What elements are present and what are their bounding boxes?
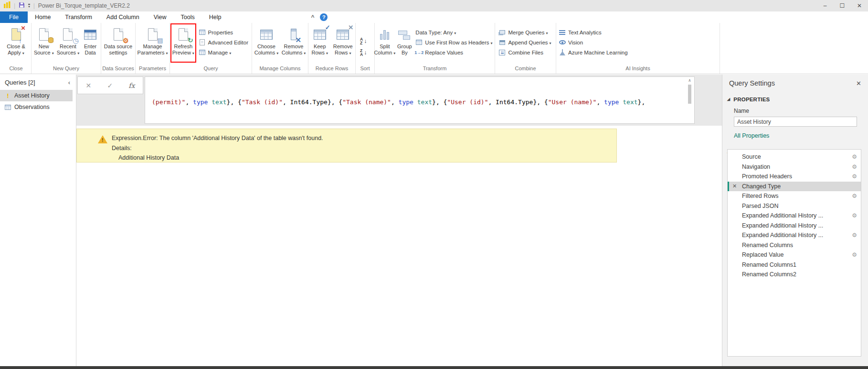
- query-name-input[interactable]: [734, 117, 857, 127]
- step-navigation[interactable]: Navigation⚙: [728, 162, 861, 172]
- fx-icon[interactable]: fx: [128, 82, 135, 89]
- combine-files-button[interactable]: ⇊Combine Files: [498, 49, 551, 56]
- refresh-preview-button[interactable]: ↻ RefreshPreview: [170, 23, 196, 63]
- scroll-up-icon[interactable]: ∧: [688, 78, 691, 83]
- titlebar-separator: |: [33, 2, 35, 9]
- remove-rows-icon: ✕: [334, 26, 351, 43]
- query-item-asset-history[interactable]: ! Asset History: [0, 90, 73, 101]
- close-apply-icon: ✕↑: [8, 26, 25, 43]
- query-item-observations[interactable]: Observations: [0, 101, 73, 113]
- warning-icon: !: [5, 92, 11, 99]
- enter-data-button[interactable]: EnterData: [80, 24, 100, 61]
- step-promoted-headers[interactable]: Promoted Headers⚙: [728, 172, 861, 182]
- remove-rows-button[interactable]: ✕ RemoveRows: [331, 24, 355, 61]
- group-label-sort: Sort: [356, 65, 374, 74]
- vision-button[interactable]: Vision: [559, 39, 628, 46]
- manage-parameters-button[interactable]: ▤ ManageParameters: [138, 24, 168, 61]
- formula-accept-icon[interactable]: ✓: [107, 82, 113, 89]
- tab-add-column[interactable]: Add Column: [99, 11, 147, 23]
- choose-columns-button[interactable]: ChooseColumns: [253, 24, 280, 61]
- gear-icon[interactable]: ⚙: [852, 232, 857, 239]
- advanced-editor-icon: [199, 39, 206, 45]
- group-label-data-sources: Data Sources: [102, 65, 135, 74]
- gear-icon[interactable]: ⚙: [852, 153, 857, 160]
- tab-view[interactable]: View: [147, 11, 174, 23]
- recent-sources-button[interactable]: ◷ RecentSources: [56, 24, 80, 61]
- applied-steps-list: Source⚙ Navigation⚙ Promoted Headers⚙ ✕C…: [727, 149, 861, 357]
- group-label-new-query: New Query: [32, 65, 100, 74]
- delete-step-icon[interactable]: ✕: [732, 183, 737, 189]
- replace-values-button[interactable]: 1→2Replace Values: [415, 49, 492, 56]
- step-renamed-columns[interactable]: Renamed Columns: [728, 240, 861, 250]
- tab-help[interactable]: Help: [202, 11, 229, 23]
- tab-transform[interactable]: Transform: [58, 11, 99, 23]
- step-source[interactable]: Source⚙: [728, 152, 861, 162]
- quick-access-dropdown-icon[interactable]: ▾: [28, 4, 30, 8]
- merge-queries-button[interactable]: Merge Queries: [498, 29, 551, 36]
- step-filtered-rows[interactable]: Filtered Rows⚙: [728, 191, 861, 201]
- ribbon-group-close: ✕↑ Close &Apply Close: [1, 23, 32, 74]
- formula-cancel-icon[interactable]: ✕: [86, 82, 92, 89]
- step-replaced-value[interactable]: Replaced Value⚙: [728, 250, 861, 260]
- azure-machine-learning-button[interactable]: Azure Machine Learning: [559, 49, 628, 56]
- data-source-settings-button[interactable]: ⚙ Data sourcesettings: [103, 24, 134, 61]
- tab-tools[interactable]: Tools: [174, 11, 202, 23]
- ribbon-group-reduce-rows: ✓ KeepRows ✕ RemoveRows Reduce Rows: [308, 23, 356, 74]
- remove-columns-icon: ✕: [285, 26, 302, 43]
- formula-scrollbar[interactable]: ∧: [687, 78, 693, 122]
- collapse-ribbon-icon[interactable]: ^: [311, 14, 314, 21]
- tab-home[interactable]: Home: [28, 11, 58, 23]
- split-column-button[interactable]: SplitColumn: [374, 24, 395, 61]
- window-controls: – ☐ ✕: [816, 0, 868, 11]
- all-properties-link[interactable]: All Properties: [734, 132, 868, 139]
- maximize-button[interactable]: ☐: [834, 0, 851, 11]
- step-changed-type[interactable]: ✕Changed Type: [728, 182, 861, 192]
- table-icon: [415, 40, 423, 45]
- step-expanded-additional-history-2[interactable]: Expanded Additional History ...: [728, 221, 861, 231]
- queries-panel: Queries [2] ‹ ! Asset History Observatio…: [0, 75, 76, 366]
- manage-button[interactable]: Manage: [199, 49, 248, 56]
- group-label-reduce-rows: Reduce Rows: [309, 65, 355, 74]
- step-expanded-additional-history-3[interactable]: Expanded Additional History ...⚙: [728, 230, 861, 240]
- gear-icon[interactable]: ⚙: [852, 212, 857, 219]
- gear-icon[interactable]: ⚙: [852, 193, 857, 199]
- keep-rows-button[interactable]: ✓ KeepRows: [309, 24, 331, 61]
- save-icon[interactable]: [19, 1, 25, 10]
- close-and-apply-button[interactable]: ✕↑ Close &Apply: [1, 24, 31, 61]
- ribbon-group-parameters: ▤ ManageParameters Parameters: [136, 23, 170, 74]
- formula-input[interactable]: (permit)", type text}, {"Task (id)", Int…: [145, 76, 695, 124]
- data-type-button[interactable]: Data Type: Any: [415, 29, 492, 36]
- text-analytics-button[interactable]: Text Analytics: [559, 29, 628, 36]
- gear-icon[interactable]: ⚙: [852, 251, 857, 258]
- ribbon-group-manage-columns: ChooseColumns ✕ RemoveColumns Manage Col…: [252, 23, 308, 74]
- sort-descending-button[interactable]: ZA↓: [360, 49, 367, 56]
- advanced-editor-button[interactable]: Advanced Editor: [199, 39, 248, 46]
- gear-icon[interactable]: ⚙: [852, 163, 857, 170]
- properties-section-header[interactable]: ◢ PROPERTIES: [727, 97, 868, 102]
- error-line-2: Details:: [112, 143, 616, 153]
- sort-ascending-button[interactable]: AZ↓: [360, 37, 367, 45]
- scrollbar-thumb[interactable]: [688, 85, 691, 104]
- text-analytics-icon: [559, 30, 566, 35]
- step-renamed-columns1[interactable]: Renamed Columns1: [728, 260, 861, 270]
- close-button[interactable]: ✕: [851, 0, 868, 11]
- error-line-3: Additional History Data: [118, 153, 616, 163]
- step-expanded-additional-history-1[interactable]: Expanded Additional History ...⚙: [728, 211, 861, 221]
- close-settings-icon[interactable]: ✕: [856, 80, 861, 87]
- gear-icon[interactable]: ⚙: [852, 173, 857, 180]
- step-renamed-columns2[interactable]: Renamed Columns2: [728, 270, 861, 280]
- group-by-button[interactable]: GroupBy: [396, 24, 413, 61]
- new-source-button[interactable]: NewSource: [32, 24, 56, 61]
- tab-file[interactable]: File: [0, 11, 28, 23]
- group-label-query: Query: [170, 65, 251, 74]
- vision-eye-icon: [559, 40, 566, 44]
- minimize-button[interactable]: –: [816, 0, 834, 11]
- remove-columns-button[interactable]: ✕ RemoveColumns: [280, 24, 307, 61]
- step-parsed-json[interactable]: Parsed JSON: [728, 201, 861, 211]
- append-queries-button[interactable]: Append Queries: [498, 39, 551, 46]
- help-icon[interactable]: ?: [320, 13, 328, 21]
- use-first-row-as-headers-button[interactable]: Use First Row as Headers: [415, 39, 492, 46]
- group-label-close: Close: [1, 65, 31, 74]
- collapse-queries-icon[interactable]: ‹: [68, 79, 70, 86]
- properties-button[interactable]: Properties: [199, 29, 248, 36]
